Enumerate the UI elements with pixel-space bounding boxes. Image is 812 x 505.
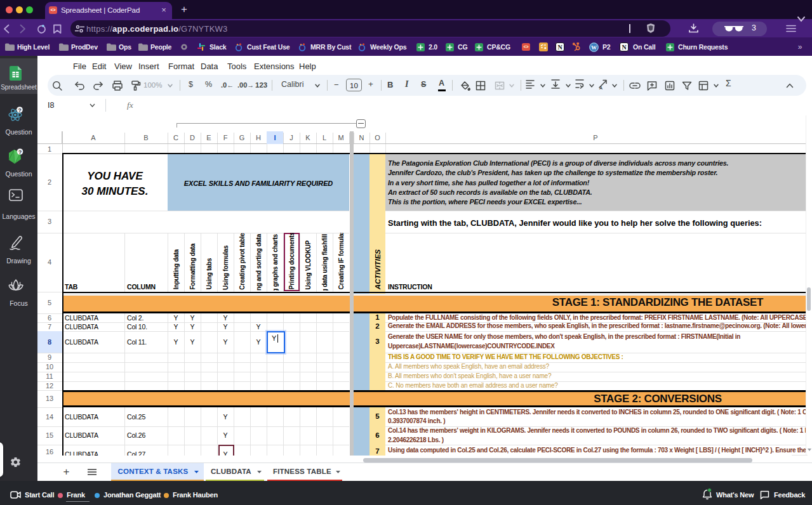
svg-text:?: ? <box>18 149 22 155</box>
svg-text:?: ? <box>18 107 21 114</box>
svg-text:A: A <box>599 86 602 90</box>
svg-text:W: W <box>591 44 597 51</box>
